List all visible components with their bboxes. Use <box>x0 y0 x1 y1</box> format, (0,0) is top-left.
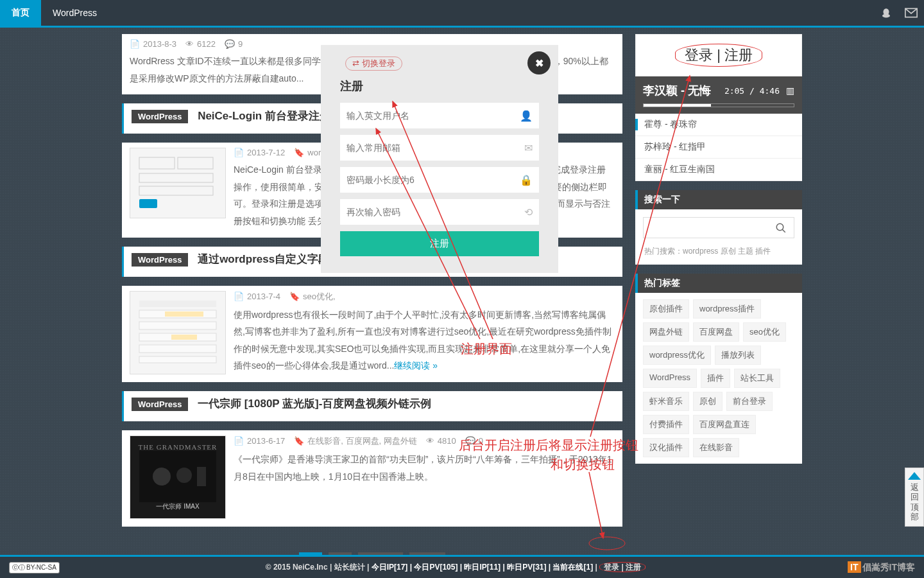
tag-item[interactable]: 汉化插件 <box>643 438 689 457</box>
tag-item[interactable]: 插件 <box>701 369 730 388</box>
qq-icon[interactable] <box>874 0 898 26</box>
category-badge[interactable]: WordPress <box>132 398 188 411</box>
username-input[interactable] <box>346 110 520 121</box>
post-comments: 💬 0 <box>465 436 483 446</box>
post-date: 📄 2013-7-12 <box>234 148 285 157</box>
svg-rect-4 <box>178 157 213 169</box>
tag-item[interactable]: WordPress <box>643 369 697 388</box>
tag-item[interactable]: 百度网盘 <box>693 322 739 342</box>
password-confirm-input[interactable] <box>346 207 524 217</box>
post-thumbnail[interactable]: THE GRANDMASTER 一代宗师 IMAX <box>130 435 226 519</box>
tag-item[interactable]: 付费插件 <box>643 415 689 434</box>
hot-search-items[interactable]: wordpress 原创 主题 插件 <box>683 247 771 256</box>
svg-rect-8 <box>139 301 216 307</box>
playlist-icon[interactable]: ▥ <box>786 85 794 96</box>
email-input[interactable] <box>346 143 524 153</box>
progress-bar[interactable] <box>643 103 794 107</box>
submit-button[interactable]: 注册 <box>340 231 539 256</box>
user-icon: 👤 <box>520 110 533 122</box>
search-button[interactable] <box>768 218 794 238</box>
tag-item[interactable]: 播放列表 <box>715 346 761 365</box>
tag-item[interactable]: 虾米音乐 <box>643 392 689 411</box>
tag-item[interactable]: 站长工具 <box>734 369 780 388</box>
search-input[interactable] <box>644 218 768 238</box>
post-date: 📄 2013-7-4 <box>234 292 280 301</box>
post-card-body: 📄 2013-7-4 🔖 seo优化, 使用wordpress也有很长一段时间了… <box>122 286 622 382</box>
nav-home[interactable]: 首页 <box>0 0 41 26</box>
post-views: 👁 4810 <box>426 436 456 446</box>
login-register-widget[interactable]: 登录 | 注册 <box>635 34 802 76</box>
footer-logo[interactable]: IT倡嵩秀IT博客 <box>848 562 915 574</box>
track-item[interactable]: 苏梓玲 - 红指甲 <box>635 136 802 159</box>
post-comments: 💬 9 <box>225 39 243 49</box>
svg-rect-19 <box>197 467 206 486</box>
cc-license-badge[interactable]: ⓒⓘ BY-NC-SA <box>9 562 60 574</box>
tags-heading: 热门标签 <box>635 274 802 293</box>
mail-icon: ✉ <box>524 142 533 154</box>
post-card: WordPress 一代宗师 [1080P 蓝光版]-百度网盘视频外链示例 <box>122 391 622 421</box>
svg-point-17 <box>153 468 171 486</box>
switch-login-link[interactable]: ⇄ 切换登录 <box>345 57 402 71</box>
category-badge[interactable]: WordPress <box>132 253 188 267</box>
track-item[interactable]: 霍尊 - 卷珠帘 <box>635 114 802 136</box>
tag-item[interactable]: 原创 <box>693 392 723 411</box>
repeat-icon: ⟲ <box>524 206 533 218</box>
tag-item[interactable]: wordpress优化 <box>643 346 711 365</box>
svg-rect-7 <box>139 199 157 208</box>
post-thumbnail[interactable] <box>130 148 226 218</box>
hot-search: 热门搜索：wordpress 原创 主题 插件 <box>635 246 802 265</box>
mail-icon[interactable] <box>898 0 924 26</box>
svg-line-21 <box>782 229 785 232</box>
password-input[interactable] <box>346 175 520 185</box>
tag-item[interactable]: 原创插件 <box>643 299 689 319</box>
sidebar: 登录 | 注册 李汉颖 - 无悔 2:05 / 4:46 ▥ 霍尊 - 卷珠帘 … <box>635 34 802 578</box>
footer: ⓒⓘ BY-NC-SA © 2015 NeiCe.Inc | 站长统计 | 今日… <box>0 555 924 578</box>
svg-point-1 <box>882 14 890 18</box>
close-button[interactable]: ✖ <box>527 51 551 74</box>
tag-item[interactable]: 百度网盘直连 <box>693 415 756 434</box>
tag-item[interactable]: wordpress插件 <box>693 299 761 319</box>
top-nav: 首页 WordPress <box>0 0 924 26</box>
svg-rect-15 <box>139 356 216 363</box>
music-widget: 李汉颖 - 无悔 2:05 / 4:46 ▥ 霍尊 - 卷珠帘 苏梓玲 - 红指… <box>635 76 802 181</box>
track-item[interactable]: 童丽 - 红豆生南国 <box>635 159 802 181</box>
search-heading: 搜索一下 <box>635 190 802 209</box>
tags-widget: 热门标签 原创插件wordpress插件网盘外链百度网盘seo优化wordpre… <box>635 274 802 464</box>
tag-item[interactable]: 前台登录 <box>726 392 773 411</box>
post-card-body: THE GRANDMASTER 一代宗师 IMAX 📄 2013-6-17 🔖 … <box>122 430 622 527</box>
footer-copyright: © 2015 NeiCe.Inc | 站长统计 | <box>266 563 372 572</box>
post-date: 📄 2013-6-17 <box>234 436 285 446</box>
post-tags: 🔖 在线影音, 百度网盘, 网盘外链 <box>294 435 416 447</box>
post-thumbnail[interactable] <box>130 291 226 374</box>
footer-login-link[interactable]: 登录 | 注册 <box>599 562 646 572</box>
svg-rect-10 <box>165 311 203 317</box>
back-to-top[interactable]: 返回顶部 <box>905 468 924 527</box>
svg-point-18 <box>176 468 192 483</box>
tag-item[interactable]: 网盘外链 <box>643 322 689 342</box>
footer-stats: 今日IP[17] | 今日PV[105] | 昨日IP[11] | 昨日PV[3… <box>372 563 594 572</box>
tag-item[interactable]: 在线影音 <box>693 438 739 457</box>
category-badge[interactable]: WordPress <box>132 110 188 123</box>
now-playing-title: 李汉颖 - 无悔 <box>643 83 718 98</box>
lock-icon: 🔒 <box>520 174 533 186</box>
post-tags: 🔖 seo优化, <box>289 291 336 302</box>
svg-rect-11 <box>139 322 216 329</box>
svg-rect-6 <box>139 186 213 195</box>
post-date: 📄 2013-8-3 <box>130 39 176 49</box>
register-modal: ✖ ⇄ 切换登录 注册 👤 ✉ 🔒 ⟲ 注册 <box>321 45 558 273</box>
post-title[interactable]: 一代宗师 [1080P 蓝光版]-百度网盘视频外链示例 <box>198 398 431 410</box>
svg-point-20 <box>776 223 783 231</box>
post-views: 👁 6122 <box>185 39 216 49</box>
track-list: 霍尊 - 卷珠帘 苏梓玲 - 红指甲 童丽 - 红豆生南国 <box>635 114 802 181</box>
nav-wordpress[interactable]: WordPress <box>41 0 108 26</box>
svg-rect-3 <box>139 157 175 169</box>
tag-item[interactable]: seo优化 <box>743 322 786 342</box>
search-widget: 搜索一下 热门搜索：wordpress 原创 主题 插件 <box>635 190 802 265</box>
player-time: 2:05 / 4:46 <box>724 86 780 96</box>
svg-rect-13 <box>171 335 197 340</box>
modal-heading: 注册 <box>340 78 539 94</box>
login-register-link[interactable]: 登录 | 注册 <box>675 44 762 67</box>
read-more-link[interactable]: 继续阅读 » <box>394 360 438 371</box>
svg-rect-5 <box>139 173 213 182</box>
svg-rect-14 <box>139 345 216 353</box>
